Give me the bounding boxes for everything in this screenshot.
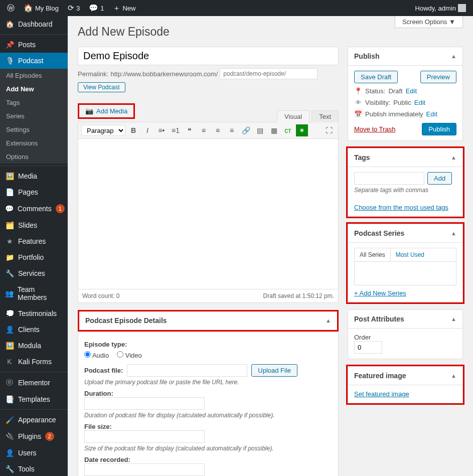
menu-comments[interactable]: 💬Comments1 bbox=[0, 200, 68, 217]
chevron-up-icon: ▲ bbox=[451, 154, 456, 161]
filesize-input[interactable] bbox=[84, 430, 205, 443]
podcast-file-input[interactable] bbox=[127, 364, 247, 377]
more-button[interactable]: ▤ bbox=[254, 124, 266, 136]
series-box-toggle[interactable]: Podcast Series▲ bbox=[348, 224, 462, 243]
submenu-add-new[interactable]: Add New bbox=[0, 82, 68, 96]
add-tag-button[interactable]: Add bbox=[427, 172, 452, 185]
quote-button[interactable]: ❝ bbox=[184, 124, 196, 136]
publish-button[interactable]: Publish bbox=[422, 123, 456, 135]
menu-icon: 🖼️ bbox=[5, 172, 14, 180]
menu-features[interactable]: ★Features bbox=[0, 233, 68, 249]
menu-tools[interactable]: 🔧Tools bbox=[0, 461, 68, 476]
editor-textarea[interactable] bbox=[78, 139, 339, 289]
tags-input[interactable] bbox=[354, 172, 424, 185]
menu-media[interactable]: 🖼️Media bbox=[0, 168, 68, 184]
menu-clients[interactable]: 👤Clients bbox=[0, 322, 68, 338]
episode-details-toggle[interactable]: Podcast Episode Details▲ bbox=[79, 311, 337, 330]
menu-portfolio[interactable]: 📁Portfolio bbox=[0, 249, 68, 265]
tab-visual[interactable]: Visual bbox=[277, 110, 309, 122]
duration-label: Duration: bbox=[84, 390, 332, 397]
word-count: Word count: 0 bbox=[82, 292, 119, 299]
bold-button[interactable]: B bbox=[127, 124, 139, 136]
menu-elementor[interactable]: ⓔElementor bbox=[0, 374, 68, 391]
table-button[interactable]: ▦ bbox=[268, 124, 280, 136]
new-link[interactable]: ＋New bbox=[110, 4, 138, 13]
submenu-tags[interactable]: Tags bbox=[0, 96, 68, 109]
preview-button[interactable]: Preview bbox=[420, 71, 456, 83]
tags-help: Separate tags with commas bbox=[354, 187, 456, 194]
tab-all-series[interactable]: All Series bbox=[355, 248, 391, 261]
edit-schedule-link[interactable]: Edit bbox=[426, 110, 437, 118]
tab-most-used-series[interactable]: Most Used bbox=[391, 248, 429, 261]
site-link[interactable]: 🏠My Blog bbox=[21, 4, 62, 13]
submenu-all-episodes[interactable]: All Episodes bbox=[0, 69, 68, 82]
featured-image-toggle[interactable]: Featured image▲ bbox=[348, 367, 462, 385]
ct-button[interactable]: cт bbox=[282, 124, 294, 136]
view-podcast-button[interactable]: View Podcast bbox=[78, 82, 125, 92]
number-list-button[interactable]: ≡1 bbox=[170, 124, 182, 136]
italic-button[interactable]: I bbox=[141, 124, 153, 136]
menu-team-members[interactable]: 👥Team Members bbox=[0, 281, 68, 305]
publish-box-toggle[interactable]: Publish▲ bbox=[348, 47, 462, 66]
date-recorded-input[interactable] bbox=[84, 463, 205, 476]
wp-logo[interactable]: ⓦ bbox=[4, 4, 18, 13]
bullet-list-button[interactable]: ≡• bbox=[155, 124, 168, 136]
format-select[interactable]: Paragraph bbox=[81, 125, 125, 136]
submenu-settings[interactable]: Settings bbox=[0, 123, 68, 136]
move-to-trash-link[interactable]: Move to Trash bbox=[354, 125, 395, 133]
permalink-slug-input[interactable] bbox=[220, 68, 318, 79]
menu-icon: 👥 bbox=[5, 289, 14, 297]
submenu-series[interactable]: Series bbox=[0, 109, 68, 123]
tab-text[interactable]: Text bbox=[311, 110, 339, 122]
align-left-button[interactable]: ≡ bbox=[198, 124, 210, 136]
howdy-link[interactable]: Howdy, admin bbox=[412, 4, 469, 12]
submenu-options[interactable]: Options bbox=[0, 150, 68, 164]
menu-users[interactable]: 👤Users bbox=[0, 445, 68, 461]
menu-slides[interactable]: 🗂️Slides bbox=[0, 217, 68, 233]
submenu-extensions[interactable]: Extensions bbox=[0, 136, 68, 150]
expand-button[interactable]: ✶ bbox=[296, 124, 308, 136]
menu-appearance[interactable]: 🖌️Appearance bbox=[0, 412, 68, 428]
save-draft-button[interactable]: Save Draft bbox=[354, 71, 398, 83]
menu-posts[interactable]: 📌Posts bbox=[0, 37, 68, 53]
add-new-series-link[interactable]: + Add New Series bbox=[354, 289, 406, 297]
video-radio[interactable]: Video bbox=[117, 351, 142, 359]
menu-label: Elementor bbox=[18, 379, 50, 387]
upload-file-button[interactable]: Upload File bbox=[251, 364, 297, 377]
updates-link[interactable]: ⟳3 bbox=[65, 4, 83, 13]
menu-podcast[interactable]: 🎙️Podcast bbox=[0, 53, 68, 69]
filesize-help: Size of the podcast file for display (ca… bbox=[84, 445, 332, 452]
podcast-file-label: Podcast file: bbox=[84, 367, 123, 374]
order-input[interactable] bbox=[354, 341, 382, 354]
order-label: Order bbox=[354, 334, 456, 341]
link-button[interactable]: 🔗 bbox=[240, 124, 252, 136]
menu-testimonials[interactable]: 💭Testimonials bbox=[0, 305, 68, 322]
set-featured-image-link[interactable]: Set featured image bbox=[354, 390, 409, 398]
edit-visibility-link[interactable]: Edit bbox=[414, 99, 425, 106]
fullscreen-icon[interactable]: ⛶ bbox=[323, 124, 335, 136]
menu-dashboard[interactable]: 🏠Dashboard bbox=[0, 16, 68, 32]
align-center-button[interactable]: ≡ bbox=[212, 124, 224, 136]
menu-kali-forms[interactable]: KKali Forms bbox=[0, 354, 68, 370]
menu-icon: K bbox=[5, 358, 14, 366]
choose-tags-link[interactable]: Choose from the most used tags bbox=[354, 204, 448, 211]
menu-icon: ★ bbox=[5, 237, 14, 245]
menu-services[interactable]: 🔧Services bbox=[0, 265, 68, 281]
post-attributes-toggle[interactable]: Post Attributes▲ bbox=[348, 310, 462, 329]
edit-status-link[interactable]: Edit bbox=[406, 87, 417, 95]
menu-plugins[interactable]: 🔌Plugins2 bbox=[0, 428, 68, 445]
tags-box-toggle[interactable]: Tags▲ bbox=[348, 148, 462, 167]
menu-pages[interactable]: 📄Pages bbox=[0, 184, 68, 200]
editor-toolbar: Paragraph B I ≡• ≡1 ❝ ≡ ≡ ≡ 🔗 ▤ ▦ cт ✶ ⛶ bbox=[78, 122, 339, 139]
episode-title-input[interactable] bbox=[78, 47, 339, 65]
menu-icon: 🗂️ bbox=[5, 221, 14, 229]
duration-input[interactable] bbox=[84, 397, 205, 410]
eye-icon: 👁 bbox=[354, 99, 362, 106]
menu-modula[interactable]: 🖼️Modula bbox=[0, 338, 68, 354]
menu-templates[interactable]: 📑Templates bbox=[0, 391, 68, 407]
audio-radio[interactable]: Audio bbox=[84, 351, 109, 359]
screen-options-toggle[interactable]: Screen Options ▼ bbox=[395, 16, 463, 28]
align-right-button[interactable]: ≡ bbox=[226, 124, 238, 136]
add-media-button[interactable]: 📷 Add Media bbox=[80, 106, 132, 116]
comments-link[interactable]: 💬1 bbox=[86, 4, 107, 13]
